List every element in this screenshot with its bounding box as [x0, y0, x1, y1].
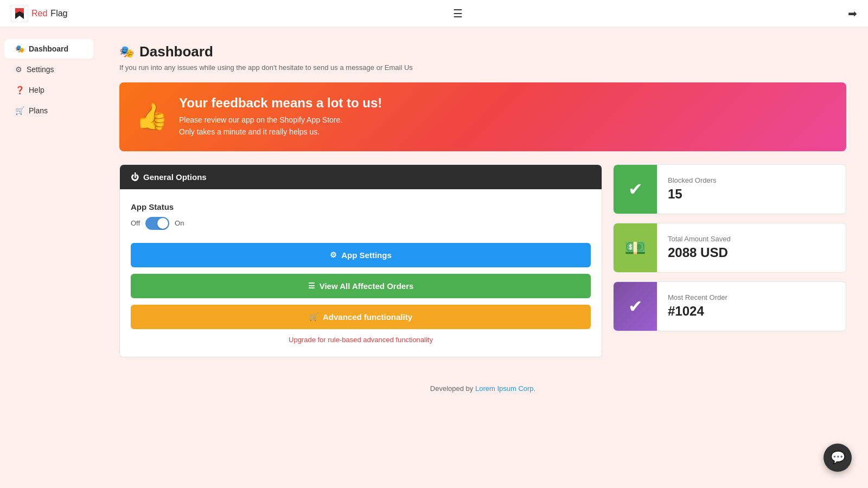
toggle-row: Off On: [131, 217, 591, 230]
page-title: Dashboard: [139, 43, 213, 60]
settings-icon: ⚙: [15, 65, 22, 74]
stat-card-total-saved: 💵 Total Amount Saved 2088 USD: [613, 223, 846, 273]
topnav: RedFlag ☰ ➡: [0, 0, 868, 27]
view-orders-label: View All Affected Orders: [320, 281, 414, 291]
general-options-panel: ⏻ General Options App Status Off On ⚙ A: [119, 164, 602, 357]
sidebar-item-dashboard[interactable]: 🎭 Dashboard: [4, 39, 93, 59]
sidebar-item-help-label: Help: [29, 86, 44, 94]
sidebar-item-plans[interactable]: 🛒 Plans: [4, 101, 93, 120]
logout-icon[interactable]: ➡: [848, 7, 857, 20]
page-subtitle: If you run into any issues while using t…: [119, 63, 846, 72]
blocked-orders-icon: ✔: [628, 179, 643, 200]
app-settings-label: App Settings: [341, 251, 392, 260]
recent-order-content: Most Recent Order #1024: [657, 285, 738, 328]
total-saved-icon: 💵: [624, 237, 646, 258]
chat-icon: 💬: [831, 451, 845, 465]
stat-card-blocked-orders: ✔ Blocked Orders 15: [613, 164, 846, 214]
app-status-label: App Status: [131, 202, 591, 211]
general-options-body: App Status Off On ⚙ App Settings ☰: [120, 189, 602, 357]
toggle-off-label: Off: [131, 219, 140, 227]
sidebar-item-plans-label: Plans: [29, 106, 48, 115]
feedback-title: Your feedback means a lot to us!: [179, 95, 382, 111]
recent-order-icon-box: ✔: [614, 282, 657, 331]
hamburger-icon[interactable]: ☰: [453, 7, 463, 20]
recent-order-icon: ✔: [628, 296, 643, 317]
view-orders-button[interactable]: ☰ View All Affected Orders: [131, 274, 591, 298]
plans-icon: 🛒: [15, 106, 24, 115]
app-settings-button[interactable]: ⚙ App Settings: [131, 243, 591, 267]
blocked-orders-value: 15: [668, 187, 717, 202]
recent-order-title: Most Recent Order: [668, 293, 727, 301]
page-header: 🎭 Dashboard: [119, 43, 846, 60]
toggle-on-label: On: [175, 219, 184, 227]
dashboard-icon: 🎭: [15, 44, 24, 53]
sidebar-item-help[interactable]: ❓ Help: [4, 80, 93, 100]
logo-icon: [11, 5, 28, 22]
app-status-toggle[interactable]: [145, 217, 169, 230]
total-saved-icon-box: 💵: [614, 223, 657, 272]
footer: Developed by Lorem Ipsum Corp.: [119, 374, 846, 403]
footer-link[interactable]: Lorem Ipsum Corp.: [475, 384, 535, 393]
upgrade-link[interactable]: Upgrade for rule-based advanced function…: [131, 336, 591, 344]
footer-text: Developed by: [430, 384, 475, 393]
blocked-orders-content: Blocked Orders 15: [657, 168, 727, 210]
advanced-btn-icon: 🛒: [309, 312, 318, 321]
total-saved-content: Total Amount Saved 2088 USD: [657, 226, 742, 269]
feedback-line1: Please review our app on the Shopify App…: [179, 114, 382, 126]
help-icon: ❓: [15, 86, 24, 94]
orders-btn-icon: ☰: [308, 281, 315, 290]
feedback-text: Your feedback means a lot to us! Please …: [179, 95, 382, 138]
total-saved-value: 2088 USD: [668, 245, 731, 260]
settings-btn-icon: ⚙: [330, 251, 337, 259]
power-icon: ⏻: [131, 172, 139, 182]
sidebar-item-dashboard-label: Dashboard: [29, 44, 68, 53]
logo-black-text: Flag: [50, 9, 67, 18]
advanced-label: Advanced functionality: [323, 312, 412, 322]
toggle-knob: [157, 218, 168, 229]
advanced-button[interactable]: 🛒 Advanced functionality: [131, 305, 591, 329]
logo-link[interactable]: RedFlag: [11, 5, 67, 22]
sidebar: 🎭 Dashboard ⚙ Settings ❓ Help 🛒 Plans: [0, 27, 98, 488]
thumbs-up-icon: 👍: [136, 101, 168, 132]
layout: 🎭 Dashboard ⚙ Settings ❓ Help 🛒 Plans 🎭 …: [0, 0, 868, 488]
content-grid: ⏻ General Options App Status Off On ⚙ A: [119, 164, 846, 357]
general-options-title: General Options: [143, 172, 207, 182]
logo-red-text: Red: [31, 9, 47, 18]
general-options-header: ⏻ General Options: [120, 165, 602, 189]
chat-bubble[interactable]: 💬: [824, 444, 852, 472]
sidebar-item-settings[interactable]: ⚙ Settings: [4, 60, 93, 79]
sidebar-item-settings-label: Settings: [27, 65, 54, 74]
stat-card-recent-order: ✔ Most Recent Order #1024: [613, 281, 846, 331]
recent-order-value: #1024: [668, 304, 727, 319]
feedback-banner[interactable]: 👍 Your feedback means a lot to us! Pleas…: [119, 82, 846, 151]
blocked-orders-icon-box: ✔: [614, 165, 657, 214]
feedback-line2: Only takes a minute and it really helps …: [179, 126, 382, 138]
main-content: 🎭 Dashboard If you run into any issues w…: [98, 27, 868, 488]
page-title-icon: 🎭: [119, 45, 134, 59]
stats-column: ✔ Blocked Orders 15 💵 Total Amount Saved…: [613, 164, 846, 357]
blocked-orders-title: Blocked Orders: [668, 176, 717, 184]
total-saved-title: Total Amount Saved: [668, 235, 731, 243]
